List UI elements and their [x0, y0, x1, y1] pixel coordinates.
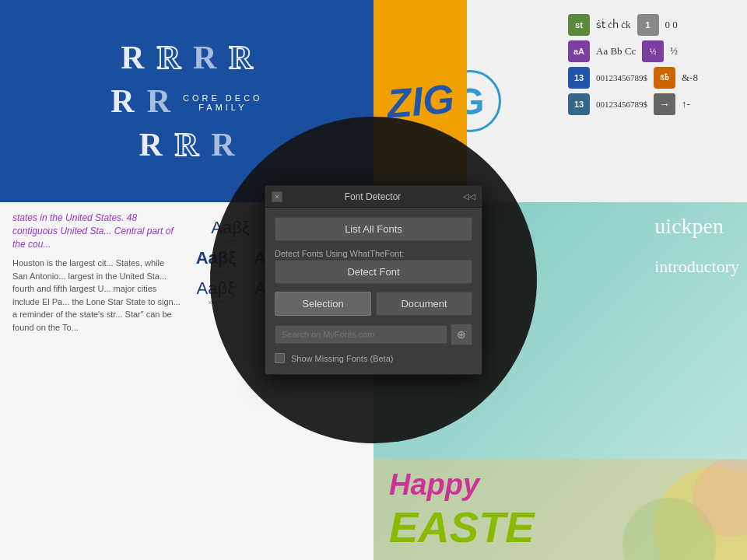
dialog-title: Font Detector [345, 191, 402, 202]
missing-fonts-checkbox[interactable] [275, 353, 285, 363]
text-content: states in the United States. 48 contiguo… [12, 212, 187, 551]
font-detector-dialog: × Font Detector ◁◁ List All Fonts Detect… [265, 185, 482, 375]
spec-text: 00123456789$ [596, 100, 647, 109]
r-letter: R [175, 126, 198, 163]
body-text: Houston is the largest cit... States, wh… [12, 257, 181, 334]
specimen-row: st ṡṫ ċḣ ċk 1 0 0 [568, 14, 733, 36]
spec-text: ṡṫ ċḣ ċk [596, 19, 631, 31]
r-letter: R [229, 39, 252, 76]
core-deco-label: CORE DECO FAMILY [183, 93, 263, 112]
dark-circle-overlay: × Font Detector ◁◁ List All Fonts Detect… [210, 117, 537, 443]
missing-fonts-label: Show Missing Fonts (Beta) [291, 354, 393, 363]
r-letter: R [211, 126, 234, 163]
detect-section-label: Detect Fonts Using WhatTheFont: [275, 249, 472, 258]
spec-badge-arrow: → [654, 93, 675, 115]
spec-badge-bf: ßƀ [654, 67, 675, 89]
spec-text: Aa Bb Cc [596, 45, 636, 58]
r-letter: R [147, 82, 170, 120]
specimen-row: 13 00123456789$ ßƀ &-8 [568, 67, 733, 89]
detect-section: Detect Fonts Using WhatTheFont: Detect F… [275, 249, 472, 284]
search-myfonts-button[interactable]: ⊕ [451, 324, 472, 345]
spec-badge-half: ½ [642, 40, 664, 62]
spec-badge-13b: 13 [568, 93, 590, 115]
specimen-rows: st ṡṫ ċḣ ċk 1 0 0 aA Aa Bb Cc ½ ½ 13 001… [562, 8, 739, 194]
zig-text: ZIG [385, 78, 456, 124]
missing-fonts-row[interactable]: Show Missing Fonts (Beta) [275, 353, 472, 363]
r-letter: R [110, 82, 134, 120]
happy-text: Happy [389, 468, 479, 502]
purple-text: states in the United States. 48 contiguo… [12, 212, 181, 250]
document-button[interactable]: Document [376, 292, 472, 316]
spec-badge-1: 1 [637, 14, 659, 36]
dialog-body: List All Fonts Detect Fonts Using WhatTh… [265, 208, 482, 374]
list-all-fonts-button[interactable]: List All Fonts [275, 217, 472, 241]
easter-text: EASTE [389, 502, 535, 552]
specimen-row: 13 00123456789$ → ↑- [568, 93, 733, 115]
specimen-row: aA Aa Bb Cc ½ ½ [568, 40, 733, 62]
selection-button[interactable]: Selection [275, 292, 371, 316]
spec-text: 00123456789$ [596, 73, 647, 82]
dialog-close-button[interactable]: × [272, 191, 282, 202]
cursive-quickpen: uickpen [654, 214, 724, 239]
spec-badge-st: st [568, 14, 590, 36]
globe-icon: ⊕ [457, 328, 466, 341]
spec-text2: ½ [670, 45, 678, 58]
search-row: ⊕ [275, 324, 472, 345]
spec-text2: ↑- [682, 98, 690, 110]
spec-badge-13: 13 [568, 67, 590, 89]
r-letter: R [157, 39, 181, 76]
cursive-introductory: introductory [654, 257, 739, 277]
dialog-collapse-icon[interactable]: ◁◁ [463, 192, 475, 201]
search-input[interactable] [275, 325, 447, 344]
selection-document-toggle: Selection Document [275, 292, 472, 316]
r-letter: R [139, 126, 162, 163]
r-letter: R [121, 39, 144, 76]
spec-text2: &-8 [682, 72, 698, 84]
detect-font-button[interactable]: Detect Font [275, 260, 472, 284]
dialog-titlebar: × Font Detector ◁◁ [265, 186, 482, 208]
spec-text2: 0 0 [665, 19, 678, 31]
spec-badge-aa: aA [568, 40, 590, 62]
r-letter: R [193, 39, 216, 76]
